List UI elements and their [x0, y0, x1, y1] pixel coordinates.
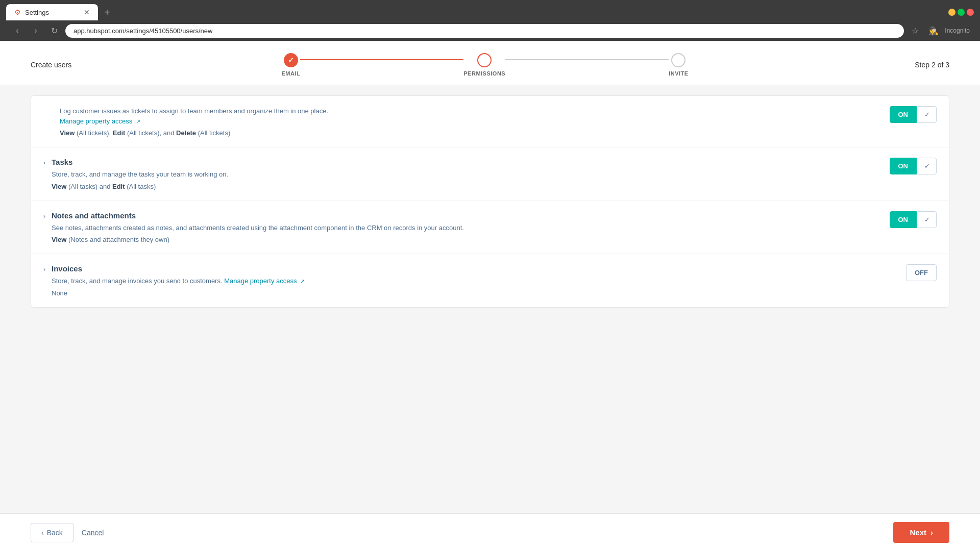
bookmark-button[interactable]: ☆ — [908, 23, 922, 38]
permission-row-notes: › Notes and attachments See notes, attac… — [31, 201, 949, 255]
tickets-access: View (All tickets), Edit (All tickets), … — [60, 129, 877, 137]
notes-toggle: ON ✓ — [890, 211, 937, 228]
tab-bar: ⚙ Settings ✕ + — [6, 4, 974, 20]
stepper-header: Create users ✓ EMAIL PERMISSIONS INVITE … — [0, 41, 980, 85]
tasks-toggle: ON ✓ — [890, 158, 937, 174]
step-invite-label: INVITE — [669, 70, 688, 77]
tasks-expand-icon[interactable]: › — [43, 159, 45, 166]
invoices-manage-property-link[interactable]: Manage property access ↗ — [224, 277, 305, 285]
tab-title: Settings — [25, 9, 49, 16]
close-button[interactable] — [967, 9, 974, 16]
step-connector-1 — [300, 59, 463, 60]
app-container: Create users ✓ EMAIL PERMISSIONS INVITE … — [0, 41, 980, 551]
tickets-desc: Log customer issues as tickets to assign… — [60, 106, 877, 126]
tab-favicon: ⚙ — [14, 8, 21, 16]
notes-expand-icon[interactable]: › — [43, 213, 45, 220]
step-permissions: PERMISSIONS — [463, 53, 505, 77]
step-counter: Step 2 of 3 — [898, 61, 949, 69]
minimize-button[interactable] — [948, 9, 955, 16]
tasks-toggle-check-button[interactable]: ✓ — [918, 158, 937, 174]
step-invite-circle — [671, 53, 685, 67]
step-connector-2 — [505, 59, 669, 60]
step-permissions-circle — [477, 53, 492, 67]
notes-desc: See notes, attachments created as notes,… — [52, 223, 877, 233]
notes-title: Notes and attachments — [52, 211, 877, 220]
tasks-title: Tasks — [52, 158, 877, 166]
tab-close-button[interactable]: ✕ — [84, 8, 90, 16]
tickets-content: Log customer issues as tickets to assign… — [60, 106, 877, 137]
new-tab-button[interactable]: + — [100, 5, 114, 20]
stepper: ✓ EMAIL PERMISSIONS INVITE — [255, 53, 715, 77]
step-email-label: EMAIL — [282, 70, 301, 77]
tickets-toggle-check-button[interactable]: ✓ — [918, 106, 937, 123]
tickets-manage-property-link[interactable]: Manage property access ↗ — [60, 117, 140, 125]
invoices-toggle: OFF — [906, 264, 937, 281]
invoices-content: Invoices Store, track, and manage invoic… — [52, 264, 894, 297]
invoices-expand-icon[interactable]: › — [43, 266, 45, 273]
address-bar[interactable]: app.hubspot.com/settings/45105500/users/… — [65, 24, 904, 38]
notes-toggle-check-button[interactable]: ✓ — [918, 211, 937, 228]
notes-access: View (Notes and attachments they own) — [52, 236, 877, 243]
tasks-toggle-on-button[interactable]: ON — [890, 158, 917, 174]
step-email: ✓ EMAIL — [282, 53, 301, 77]
notes-content: Notes and attachments See notes, attachm… — [52, 211, 877, 244]
tickets-toggle: ON ✓ — [890, 106, 937, 123]
active-tab: ⚙ Settings ✕ — [6, 4, 98, 20]
tasks-access: View (All tasks) and Edit (All tasks) — [52, 183, 877, 190]
reload-button[interactable]: ↻ — [47, 23, 61, 38]
invoices-title: Invoices — [52, 264, 894, 273]
url-text: app.hubspot.com/settings/45105500/users/… — [74, 27, 212, 35]
browser-nav: ‹ › ↻ app.hubspot.com/settings/45105500/… — [6, 20, 974, 41]
tickets-toggle-on-button[interactable]: ON — [890, 106, 917, 123]
back-nav-button[interactable]: ‹ — [10, 23, 24, 38]
permissions-card: Log customer issues as tickets to assign… — [31, 95, 949, 308]
forward-nav-button[interactable]: › — [29, 23, 43, 38]
window-controls — [948, 9, 974, 16]
invoices-desc: Store, track, and manage invoices you se… — [52, 276, 894, 286]
create-users-label: Create users — [31, 61, 71, 69]
content-area: Log customer issues as tickets to assign… — [0, 85, 980, 513]
step-email-circle: ✓ — [284, 53, 298, 67]
maximize-button[interactable] — [958, 9, 965, 16]
permission-row-tasks: › Tasks Store, track, and manage the tas… — [31, 147, 949, 201]
footer-bar: ‹ Back Cancel Next › — [0, 513, 980, 551]
permission-row-invoices: › Invoices Store, track, and manage invo… — [31, 254, 949, 307]
invoices-toggle-off-button[interactable]: OFF — [906, 264, 937, 281]
incognito-label: Incognito — [945, 27, 970, 34]
cancel-button[interactable]: Cancel — [82, 529, 104, 537]
back-chevron-icon: ‹ — [41, 529, 44, 537]
notes-toggle-on-button[interactable]: ON — [890, 211, 917, 228]
permission-row-tickets: Log customer issues as tickets to assign… — [31, 96, 949, 147]
browser-chrome: ⚙ Settings ✕ + ‹ › ↻ app.hubspot.com/set… — [0, 0, 980, 41]
step-invite: INVITE — [669, 53, 688, 77]
tasks-content: Tasks Store, track, and manage the tasks… — [52, 158, 877, 190]
invoices-access: None — [52, 289, 894, 297]
incognito-button[interactable]: 🕵 — [926, 23, 941, 38]
step-permissions-label: PERMISSIONS — [463, 70, 505, 77]
next-button[interactable]: Next › — [893, 522, 949, 543]
back-button[interactable]: ‹ Back — [31, 523, 74, 542]
tasks-desc: Store, track, and manage the tasks your … — [52, 169, 877, 180]
next-arrow-icon: › — [930, 528, 933, 537]
